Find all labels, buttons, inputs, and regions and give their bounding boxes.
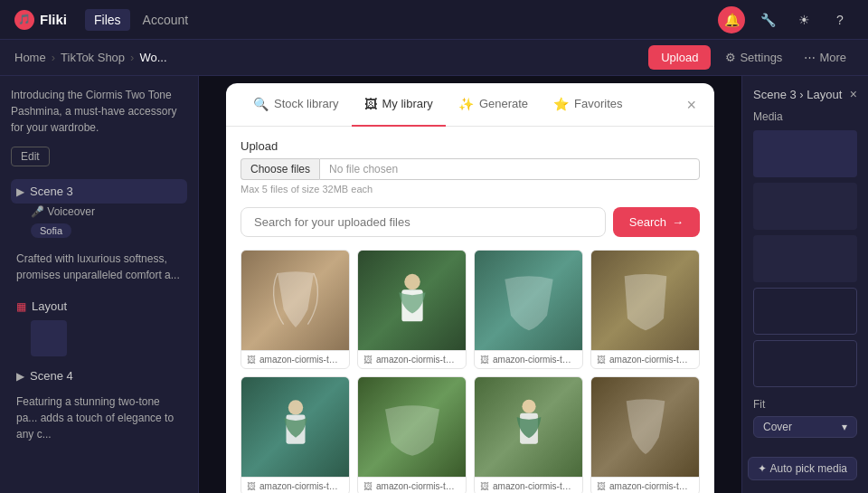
auto-pick-label: Auto pick media [770,462,847,475]
image-icon: 🖼 [363,481,373,491]
tab-favorites[interactable]: ⭐ Favorites [541,83,635,127]
tab-stock[interactable]: 🔍 Stock library [241,83,352,127]
image-icon: 🖼 [480,355,489,365]
logo-text: Fliki [40,12,67,27]
media-thumb-5 [753,340,857,387]
image-name: amazon-ciormis-two-tone-paisley-pashm-8.… [609,481,693,491]
layout-row[interactable]: ▦ Layout [11,296,187,317]
wrench-icon[interactable]: 🔧 [754,6,781,33]
favorites-tab-icon: ⭐ [553,97,569,111]
image-card[interactable]: 🖼amazon-ciormis-two-tone-paisley-pashm-4… [474,250,583,369]
voice-tag[interactable]: Sofia [31,223,71,238]
image-grid: 🖼amazon-ciormis-two-tone-paisley-pashm-6… [241,250,700,493]
image-icon: 🖼 [597,481,606,491]
nav-links: Files Account [85,9,197,31]
image-name: amazon-ciormis-two-tone-paisley-pashm-5.… [376,355,460,365]
voiceover-label: 🎤 Voiceover [11,205,187,218]
breadcrumb: Home › TikTok Shop › Wo... [14,51,167,64]
sparkle-icon: ✦ [758,462,767,475]
media-thumb-3 [753,235,857,282]
sun-icon[interactable]: ☀ [790,6,817,33]
image-name: amazon-ciormis-two-tone-paisley-pashm-9.… [259,481,344,491]
search-input[interactable] [241,207,606,237]
play-icon-4: ▶ [16,370,24,383]
scene3-label: Scene 3 [30,185,73,198]
logo-icon: 🎵 [14,10,34,30]
breadcrumb-shop[interactable]: TikTok Shop [61,51,125,64]
choose-files-button[interactable]: Choose files [241,158,319,180]
scene4-label: Scene 4 [30,369,73,383]
image-card[interactable]: 🖼amazon-ciormis-two-tone-paisley-pashm-8… [590,376,700,493]
image-name: amazon-ciormis-two-tone-paisley-pashm-3.… [609,355,693,365]
scene4-text: Featuring a stunning two-tone pa... adds… [11,388,187,448]
more-icon: ⋯ [804,51,816,64]
tab-favorites-label: Favorites [574,97,622,110]
image-icon: 🖼 [363,355,373,365]
image-card[interactable]: 🖼amazon-ciormis-two-tone-paisley-pashm-6… [241,250,350,369]
play-icon: ▶ [16,185,24,198]
generate-tab-icon: ✨ [458,97,474,111]
nav-right: 🔔 🔧 ☀ ? [718,6,854,33]
image-card[interactable]: 🖼amazon-ciormis-two-tone-paisley-pashm-7… [357,376,467,493]
center-area: 🔍 Stock library 🖼 My library ✨ Generate … [199,76,741,493]
scene3-header: Scene 3 › Layout × [753,87,857,101]
nav-account[interactable]: Account [134,9,198,31]
tab-stock-label: Stock library [274,97,339,110]
image-icon: 🖼 [597,355,606,365]
settings-button[interactable]: ⚙ Settings [718,47,789,68]
scene4-item[interactable]: ▶ Scene 4 [11,364,187,388]
upload-label: Upload [241,139,700,153]
mic-icon: 🎤 [31,205,47,218]
intro-text: Introducing the Ciormis Two Tone Pashmin… [11,87,187,136]
settings-icon: ⚙ [725,51,736,64]
svg-point-0 [404,274,420,290]
auto-pick-button[interactable]: ✦ Auto pick media [748,457,857,480]
logo[interactable]: 🎵 Fliki [14,10,67,30]
tab-my-label: My library [382,97,433,110]
breadcrumb-home[interactable]: Home [14,51,46,64]
scene3-text: Crafted with luxurious softness, promise… [11,245,187,289]
image-card[interactable]: 🖼amazon-ciormis-two-tone-paisley-pashm-9… [241,376,350,493]
upload-section: Upload Choose files No file chosen Max 5… [241,139,700,194]
modal-header: 🔍 Stock library 🖼 My library ✨ Generate … [226,83,714,127]
media-section-title: Media [753,110,857,123]
settings-label: Settings [740,51,782,64]
tab-generate[interactable]: ✨ Generate [446,83,541,127]
modal-close-button[interactable]: × [683,93,700,117]
layout-label: Layout [32,299,67,313]
svg-point-4 [522,400,535,413]
more-button[interactable]: ⋯ More [797,47,854,68]
arrow-icon: → [672,215,684,229]
notification-icon[interactable]: 🔔 [718,6,745,33]
fit-label: Fit [753,398,857,411]
help-icon[interactable]: ? [826,6,854,33]
image-card[interactable]: 🖼amazon-ciormis-two-tone-paisley-pashm-3… [590,250,700,369]
search-row: Search → [241,207,700,237]
sub-nav-right: Upload ⚙ Settings ⋯ More [648,45,854,70]
image-card[interactable]: 🖼amazon-ciormis-two-tone-paisley-pashm-1… [474,376,583,493]
scene3-item[interactable]: ▶ Scene 3 [11,179,187,204]
image-card[interactable]: 🖼amazon-ciormis-two-tone-paisley-pashm-5… [357,250,467,369]
upload-hint: Max 5 files of size 32MB each [241,184,700,194]
search-tab-icon: 🔍 [253,97,269,111]
top-nav: 🎵 Fliki Files Account 🔔 🔧 ☀ ? [0,0,868,40]
media-thumb-1 [753,130,857,177]
image-name: amazon-ciormis-two-tone-paisley-pashm-6.… [259,355,344,365]
library-tab-icon: 🖼 [364,97,377,111]
tab-my-library[interactable]: 🖼 My library [352,83,446,127]
fit-value: Cover [763,421,792,433]
scene3-thumb [31,320,67,356]
right-close-button[interactable]: × [850,87,857,101]
tab-generate-label: Generate [479,97,528,110]
search-button[interactable]: Search → [613,207,700,237]
chevron-down-icon: ▾ [842,421,847,433]
nav-files[interactable]: Files [85,9,130,31]
edit-button[interactable]: Edit [11,147,50,166]
right-panel: Scene 3 › Layout × Media Fit Cover ▾ ✦ A… [741,76,868,493]
layout-icon: ▦ [16,300,26,313]
fit-dropdown[interactable]: Cover ▾ [753,416,857,438]
breadcrumb-current[interactable]: Wo... [139,51,166,64]
sep1: › [52,51,55,64]
upload-button[interactable]: Upload [648,45,711,70]
modal-body: Upload Choose files No file chosen Max 5… [226,127,714,493]
